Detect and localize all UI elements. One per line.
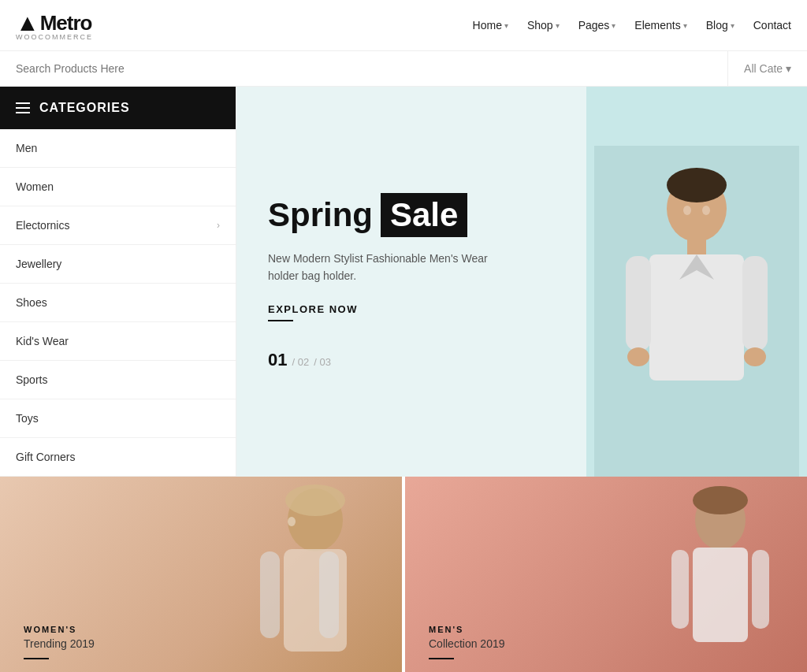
- brand-name: ▲ Metro: [16, 9, 93, 36]
- sidebar-item-women[interactable]: Women: [0, 168, 236, 206]
- svg-point-11: [683, 206, 691, 215]
- sidebar-item-electronics[interactable]: Electornics ›: [0, 206, 236, 245]
- chevron-down-icon: ▾: [731, 21, 734, 30]
- sidebar-item-kids-wear[interactable]: Kid's Wear: [0, 322, 236, 361]
- sidebar-item-men[interactable]: Men: [0, 129, 236, 168]
- svg-rect-2: [687, 239, 706, 254]
- explore-now-button[interactable]: EXPLORE NOW: [268, 303, 358, 315]
- mens-underline: [429, 658, 454, 659]
- sidebar-item-toys[interactable]: Toys: [0, 399, 236, 438]
- sidebar: CATEGORIES Men Women Electornics › Jewel…: [0, 87, 236, 477]
- nav-contact[interactable]: Contact: [753, 19, 791, 32]
- hero-pagination: 01 / 02 / 03: [268, 350, 555, 370]
- sidebar-item-sports[interactable]: Sports: [0, 361, 236, 399]
- category-dropdown[interactable]: All Cate ▾: [727, 51, 807, 86]
- svg-point-8: [627, 347, 649, 366]
- nav-shop[interactable]: Shop ▾: [527, 19, 560, 32]
- hero-image: [586, 87, 807, 477]
- nav-home[interactable]: Home ▾: [473, 19, 508, 32]
- svg-rect-17: [260, 551, 280, 638]
- svg-rect-22: [671, 550, 689, 629]
- search-bar-row: All Cate ▾: [0, 51, 807, 87]
- main-layout: CATEGORIES Men Women Electornics › Jewel…: [0, 87, 807, 477]
- svg-point-20: [693, 486, 748, 514]
- sidebar-item-gift-corners[interactable]: Gift Corners: [0, 438, 236, 477]
- cta-underline: [268, 320, 293, 321]
- logo-sub: WOOCOMMERCE: [16, 33, 93, 41]
- chevron-down-icon: ▾: [786, 62, 791, 75]
- page-sep2: / 03: [314, 356, 331, 368]
- nav-pages[interactable]: Pages ▾: [578, 19, 616, 32]
- woman-illustration: [213, 477, 386, 672]
- logo[interactable]: ▲ Metro WOOCOMMERCE: [16, 9, 93, 41]
- chevron-right-icon: ›: [217, 220, 220, 231]
- hero-illustration: [594, 146, 799, 477]
- hamburger-icon: [16, 102, 30, 113]
- svg-point-10: [667, 168, 727, 202]
- header: ▲ Metro WOOCOMMERCE Home ▾ Shop ▾ Pages …: [0, 0, 807, 51]
- hero-title: Spring Sale: [268, 193, 555, 237]
- svg-point-14: [285, 485, 345, 516]
- hero-banner: Spring Sale New Modern Stylist Fashionab…: [236, 87, 807, 477]
- man-illustration: [642, 477, 799, 672]
- womens-banner[interactable]: WOMEN'S Trending 2019: [0, 477, 402, 672]
- hero-title-highlight: Sale: [381, 193, 467, 237]
- page-sep1: / 02: [292, 356, 309, 368]
- search-input[interactable]: [0, 51, 727, 86]
- svg-rect-18: [319, 551, 339, 638]
- chevron-down-icon: ▾: [556, 21, 560, 30]
- svg-rect-6: [626, 256, 651, 351]
- hero-description: New Modern Stylist Fashionable Men's Wea…: [268, 250, 489, 285]
- svg-point-16: [288, 517, 296, 526]
- mens-banner[interactable]: MEN'S Collection 2019: [402, 477, 807, 672]
- chevron-down-icon: ▾: [504, 21, 508, 30]
- logo-icon: ▲: [16, 9, 39, 36]
- svg-rect-7: [742, 256, 768, 351]
- nav-blog[interactable]: Blog ▾: [706, 19, 734, 32]
- bottom-banners: WOMEN'S Trending 2019 MEN'S Collection 2…: [0, 477, 807, 672]
- svg-point-9: [744, 347, 766, 366]
- svg-rect-23: [752, 550, 769, 629]
- svg-rect-21: [693, 548, 748, 642]
- chevron-down-icon: ▾: [612, 21, 615, 30]
- sidebar-header: CATEGORIES: [0, 87, 236, 129]
- logo-text: Metro: [40, 11, 92, 35]
- nav-elements[interactable]: Elements ▾: [634, 19, 686, 32]
- hero-content: Spring Sale New Modern Stylist Fashionab…: [236, 87, 586, 477]
- sidebar-item-jewellery[interactable]: Jewellery: [0, 245, 236, 284]
- svg-point-12: [702, 206, 710, 215]
- womens-underline: [24, 658, 49, 659]
- chevron-down-icon: ▾: [683, 21, 687, 30]
- main-nav: Home ▾ Shop ▾ Pages ▾ Elements ▾ Blog ▾ …: [473, 19, 791, 32]
- sidebar-item-shoes[interactable]: Shoes: [0, 284, 236, 322]
- svg-rect-3: [649, 254, 744, 381]
- page-current: 01: [268, 350, 287, 370]
- hero-cta: EXPLORE NOW: [268, 303, 555, 321]
